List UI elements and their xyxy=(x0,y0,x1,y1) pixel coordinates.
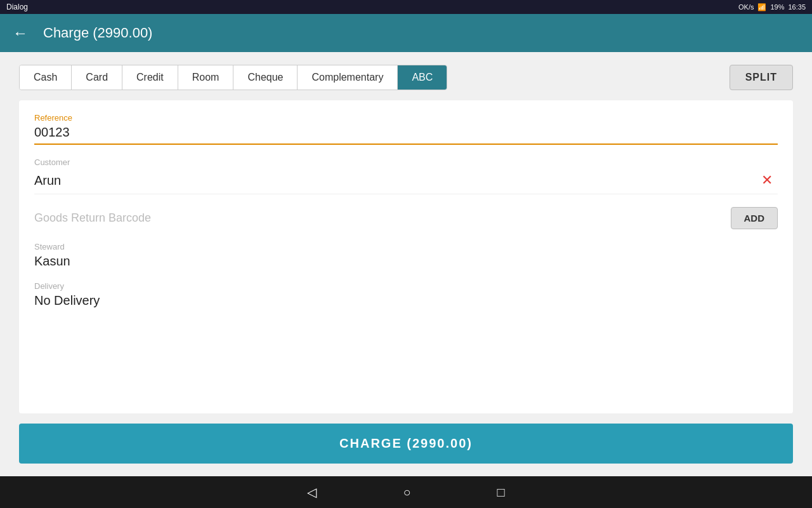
customer-label: Customer xyxy=(34,157,778,167)
steward-field-group: Steward Kasun xyxy=(34,242,778,269)
clear-customer-button[interactable]: ✕ xyxy=(756,170,778,191)
customer-field-group: Customer Arun ✕ xyxy=(34,157,778,194)
reference-value[interactable]: 00123 xyxy=(34,125,778,145)
tab-credit[interactable]: Credit xyxy=(122,65,178,90)
status-bar-right: OK/s 📶 19% 16:35 xyxy=(738,3,806,11)
tab-bar: Cash Card Credit Room Cheque Complementa… xyxy=(19,65,793,90)
nav-home-button[interactable]: ○ xyxy=(398,480,416,505)
steward-value: Kasun xyxy=(34,254,778,269)
top-bar: ← Charge (2990.00) xyxy=(0,14,812,52)
tab-room[interactable]: Room xyxy=(178,65,234,90)
barcode-row: Goods Return Barcode ADD xyxy=(34,207,778,229)
wifi-icon: 📶 xyxy=(757,3,766,11)
tab-card[interactable]: Card xyxy=(72,65,122,90)
barcode-placeholder[interactable]: Goods Return Barcode xyxy=(34,211,731,225)
split-button[interactable]: SPLIT xyxy=(730,65,793,90)
steward-label: Steward xyxy=(34,242,778,251)
payment-tabs: Cash Card Credit Room Cheque Complementa… xyxy=(19,65,447,90)
tab-cheque[interactable]: Cheque xyxy=(233,65,298,90)
charge-button-container: CHARGE (2990.00) xyxy=(19,413,793,464)
nav-recent-button[interactable]: □ xyxy=(492,480,510,505)
main-content: Cash Card Credit Room Cheque Complementa… xyxy=(0,52,812,476)
add-barcode-button[interactable]: ADD xyxy=(731,207,778,229)
page-title: Charge (2990.00) xyxy=(43,25,152,41)
customer-value: Arun xyxy=(34,173,756,188)
reference-field-group: Reference 00123 xyxy=(34,113,778,145)
delivery-label: Delivery xyxy=(34,281,778,291)
customer-row: Arun ✕ xyxy=(34,170,778,191)
status-bar: Dialog OK/s 📶 19% 16:35 xyxy=(0,0,812,14)
bottom-bar: ◁ ○ □ xyxy=(0,476,812,508)
delivery-value: No Delivery xyxy=(34,293,778,308)
battery-percent: 19% xyxy=(770,3,784,11)
delivery-field-group: Delivery No Delivery xyxy=(34,281,778,308)
customer-divider xyxy=(34,194,778,194)
nav-back-button[interactable]: ◁ xyxy=(302,479,322,505)
reference-label: Reference xyxy=(34,113,778,123)
charge-button[interactable]: CHARGE (2990.00) xyxy=(19,424,793,464)
time-display: 16:35 xyxy=(788,3,806,11)
network-status: OK/s xyxy=(738,3,754,11)
back-button[interactable]: ← xyxy=(10,22,30,44)
form-area: Reference 00123 Customer Arun ✕ Goods Re… xyxy=(19,100,793,413)
tab-cash[interactable]: Cash xyxy=(20,65,72,90)
tab-abc[interactable]: ABC xyxy=(398,65,447,90)
app-name: Dialog xyxy=(6,3,28,11)
tab-complementary[interactable]: Complementary xyxy=(298,65,398,90)
